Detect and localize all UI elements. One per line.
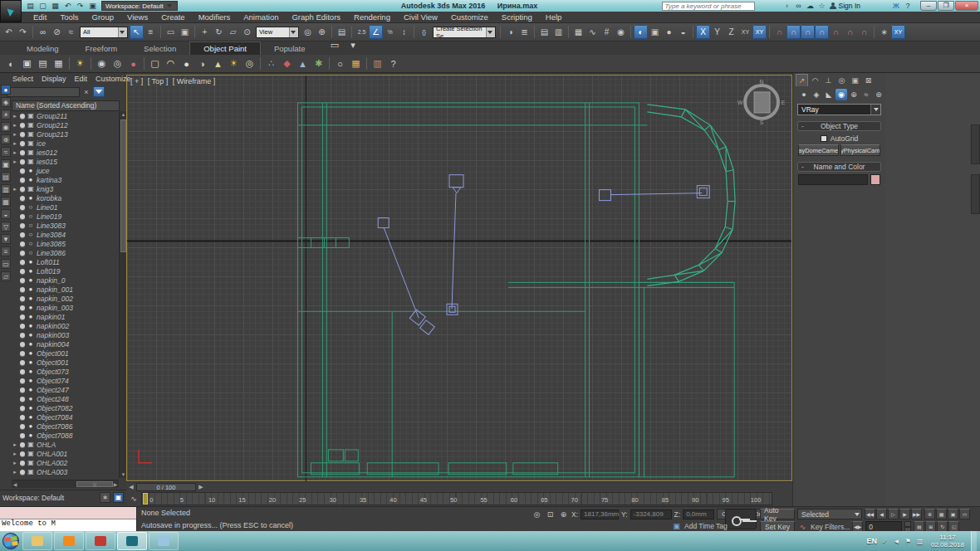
display-materials-icon[interactable]: ◒ <box>1 209 11 219</box>
timeline-ruler[interactable]: 0510152025303540455055606570758085909510… <box>141 492 772 505</box>
scene-object-row[interactable]: ●Object074 <box>12 376 115 385</box>
scene-object-row[interactable]: ●napkin002 <box>12 321 115 330</box>
visibility-bulb-icon[interactable] <box>20 196 25 201</box>
light-icon[interactable]: ☀ <box>72 56 88 71</box>
display-cameras-icon[interactable]: ◉ <box>1 122 11 132</box>
visibility-bulb-icon[interactable] <box>20 114 25 119</box>
mini-curve-editor-icon[interactable]: ∿ <box>126 492 141 505</box>
scene-object-row[interactable]: ○Line01 <box>12 202 115 212</box>
paint-torus-icon[interactable]: ◎ <box>242 56 257 71</box>
visibility-bulb-icon[interactable] <box>20 232 25 237</box>
menu-help[interactable]: Help <box>539 12 569 22</box>
clear-search-icon[interactable]: × <box>82 88 91 96</box>
scene-object-row[interactable]: ●napkin_0 <box>12 276 115 285</box>
zoom-extents-icon[interactable]: ▣ <box>948 509 958 519</box>
visibility-bulb-icon[interactable] <box>20 132 25 137</box>
max-application-button[interactable] <box>0 0 22 22</box>
key-filters-button[interactable]: Key Filters... <box>811 523 850 531</box>
search-history-arrow-icon[interactable]: › <box>782 2 792 10</box>
visibility-bulb-icon[interactable] <box>20 150 25 155</box>
visibility-bulb-icon[interactable] <box>20 451 25 456</box>
y-coordinate-field[interactable]: -3324,809 <box>630 510 672 519</box>
coord-value-dropdown[interactable]: View <box>256 27 299 38</box>
scene-object-row[interactable]: ●Object7086 <box>12 422 115 431</box>
expand-arrow-icon[interactable]: ▸ <box>12 460 18 466</box>
snap-face-icon[interactable]: ∩ <box>829 25 843 39</box>
visibility-bulb-icon[interactable] <box>20 260 25 265</box>
visibility-bulb-icon[interactable] <box>20 369 25 374</box>
visibility-bulb-icon[interactable] <box>20 168 25 173</box>
collapse-icon[interactable]: - <box>801 163 804 172</box>
paint-grid-chip-icon[interactable]: ▦ <box>348 56 364 71</box>
visibility-bulb-icon[interactable] <box>20 397 25 402</box>
explorer-search-input[interactable] <box>7 87 80 97</box>
start-button[interactable] <box>0 531 22 551</box>
scene-object-row[interactable]: ▸▣Group211 <box>12 111 115 120</box>
display-spacewarps-icon[interactable]: ≈ <box>1 147 11 157</box>
visibility-bulb-icon[interactable] <box>20 123 25 128</box>
named-sets-value-dropdown[interactable]: Create Selection Se <box>433 27 496 38</box>
collapse-icon[interactable]: - <box>801 122 804 131</box>
scene-object-row[interactable]: ●Object7082 <box>12 403 115 412</box>
paint-dome-icon[interactable]: ◠ <box>163 56 179 71</box>
scene-object-row[interactable]: ●Object247 <box>12 385 115 394</box>
visibility-bulb-icon[interactable] <box>20 461 25 466</box>
expand-arrow-icon[interactable]: ▸ <box>12 186 18 193</box>
snap-endpoint-icon[interactable]: ∩ <box>857 25 871 39</box>
set-keys-button[interactable] <box>725 509 757 529</box>
windows-explorer-button[interactable] <box>22 532 52 550</box>
explorer-menu-display[interactable]: Display <box>37 75 71 83</box>
zoom-region-icon[interactable]: ▭ <box>959 509 970 519</box>
curve-editor-icon[interactable]: ∿ <box>586 25 600 39</box>
toolbox-app-button[interactable] <box>86 532 115 550</box>
docked-tab[interactable] <box>971 124 980 164</box>
toggle-ribbon-icon[interactable]: ▦ <box>571 25 586 39</box>
bind-to-space-warp-icon[interactable]: ≈ <box>64 25 78 39</box>
render-teapot-icon[interactable]: ◐ <box>3 56 19 71</box>
scene-object-row[interactable]: ▸▣ice <box>12 139 115 148</box>
volume-icon[interactable]: ◄ <box>892 537 901 546</box>
snap-special-icon[interactable]: ∗ <box>877 25 891 39</box>
expand-arrow-icon[interactable]: ▸ <box>12 122 18 129</box>
paint-sun-icon[interactable]: ☀ <box>226 56 242 71</box>
expand-arrow-icon[interactable]: ▸ <box>12 441 18 448</box>
scene-object-row[interactable]: ●Loft011 <box>12 257 115 266</box>
go-to-start-icon[interactable]: ◀◀ <box>865 509 875 519</box>
utilities-tab-icon[interactable]: ⊠ <box>862 74 875 86</box>
hierarchy-tab-icon[interactable]: ⊥ <box>822 74 835 86</box>
menu-customize[interactable]: Customize <box>444 12 495 22</box>
menu-group[interactable]: Group <box>86 12 120 22</box>
unlink-selection-icon[interactable]: ⊘ <box>50 25 64 39</box>
tab-selection[interactable]: Selection <box>130 42 189 55</box>
menu-rendering[interactable]: Rendering <box>347 12 397 22</box>
snap-edge-icon[interactable]: ∩ <box>815 25 829 39</box>
paint-sphere-icon[interactable]: ● <box>179 56 194 71</box>
workspace-bar-label[interactable]: Workspace: Default <box>2 494 97 502</box>
paint-eraser-icon[interactable]: ◆ <box>279 56 295 71</box>
scene-object-row[interactable]: ●Object001 <box>12 358 115 367</box>
tab-freeform[interactable]: Freeform <box>72 42 131 55</box>
scene-object-row[interactable]: ●Object073 <box>12 367 115 376</box>
open-file-icon[interactable]: ▢ <box>37 2 48 11</box>
select-children-icon[interactable]: ▽ <box>1 222 11 232</box>
visibility-bulb-icon[interactable] <box>20 442 25 447</box>
paint-rounded-rect-icon[interactable]: ▢ <box>147 56 163 71</box>
filter-value-dropdown[interactable]: All <box>80 27 128 38</box>
snap-vertex-icon[interactable]: ∩ <box>801 25 815 39</box>
menu-tools[interactable]: Tools <box>53 12 85 22</box>
communication-center-icon[interactable]: ☁ <box>806 2 816 10</box>
scene-object-row[interactable]: ▸▣Group212 <box>12 120 115 129</box>
percent-snap-toggle-icon[interactable]: % <box>383 25 397 39</box>
expand-arrow-icon[interactable]: ▸ <box>12 158 18 165</box>
mirror-icon[interactable]: ◑ <box>503 25 517 39</box>
advanced-filter-icon[interactable]: ≡ <box>1 246 11 256</box>
visibility-bulb-icon[interactable] <box>20 342 25 347</box>
expand-arrow-icon[interactable]: ▸ <box>12 140 18 147</box>
use-pivot-point-center-icon[interactable]: ◎ <box>301 25 315 39</box>
visibility-bulb-icon[interactable] <box>20 269 25 274</box>
play-animation-icon[interactable]: ▷ <box>888 509 899 519</box>
visibility-bulb-icon[interactable] <box>20 214 25 219</box>
visibility-bulb-icon[interactable] <box>20 315 25 319</box>
rendered-frame-window-icon[interactable]: ▣ <box>648 25 662 39</box>
current-frame-marker[interactable] <box>143 493 148 505</box>
